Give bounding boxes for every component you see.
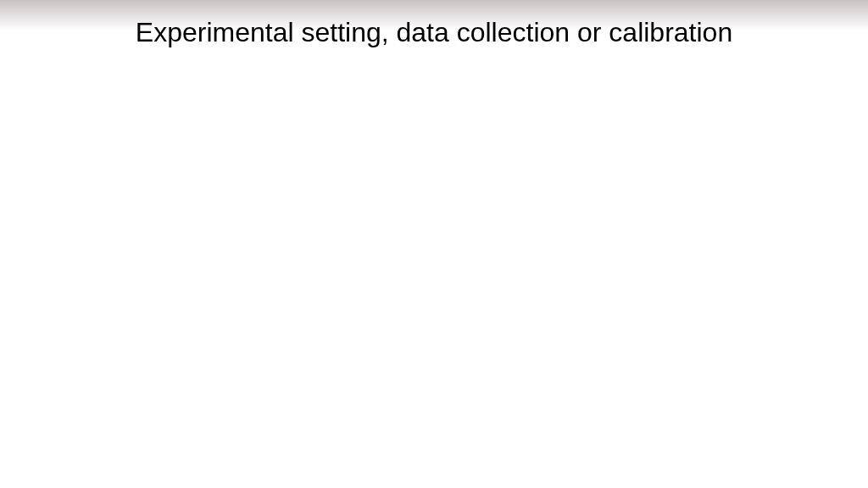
slide-title: Experimental setting, data collection or… xyxy=(0,17,868,48)
